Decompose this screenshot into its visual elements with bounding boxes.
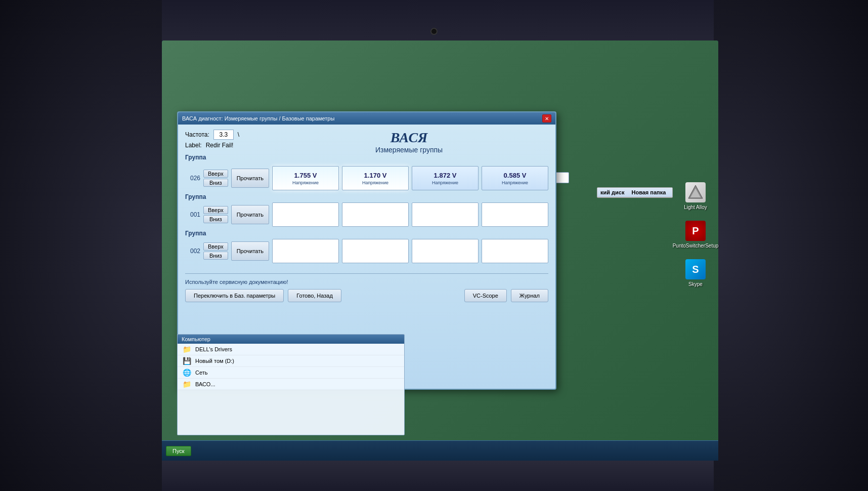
file-item-d[interactable]: 💾 Новый том (D:) xyxy=(178,355,404,367)
label-field: Label: xyxy=(185,142,202,149)
group-row-026: 026 Вверх Вниз Прочитать 1.755 V Напряже… xyxy=(185,166,548,190)
group-row-001: 001 Вверх Вниз Прочитать xyxy=(185,202,548,227)
group-026-number: 026 xyxy=(185,175,200,182)
group-026-value-2: 1.170 V Напряжение xyxy=(342,166,409,190)
group-001-up-button[interactable]: Вверх xyxy=(203,206,228,214)
file-explorer: Компьютер 📁 DELL's Drivers 💾 Новый том (… xyxy=(177,334,405,435)
group-026-value-3: 1.872 V Напряжение xyxy=(412,166,479,190)
freq-suffix: \ xyxy=(238,131,239,138)
window-title: ВАСА диагност: Измеряемые группы / Базов… xyxy=(182,115,334,121)
close-icon: ✕ xyxy=(545,116,549,121)
start-label: Пуск xyxy=(172,448,185,454)
group-002-down-button[interactable]: Вниз xyxy=(203,252,228,260)
group-002-value-1 xyxy=(272,239,339,263)
explorer-header: кий диск Новая папка xyxy=(597,188,672,197)
skype-icon: S xyxy=(685,259,706,279)
group-026-read-button[interactable]: Прочитать xyxy=(231,169,269,188)
header-group-label: Группа xyxy=(185,154,239,161)
group-001-read-button[interactable]: Прочитать xyxy=(231,205,269,224)
drive-icon-d: 💾 xyxy=(183,357,191,365)
file-explorer-header: Компьютер xyxy=(178,335,404,344)
file-label-dell: DELL's Drivers xyxy=(195,346,232,352)
switch-params-button[interactable]: Переключить в Баз. параметры xyxy=(185,289,284,302)
folder-icon-vaso: 📁 xyxy=(183,380,191,388)
group-002-read-button[interactable]: Прочитать xyxy=(231,241,269,261)
brand-name: ВАСЯ xyxy=(270,130,548,146)
freq-input[interactable] xyxy=(213,130,234,140)
start-button[interactable]: Пуск xyxy=(166,446,191,456)
done-back-button[interactable]: Готово, Назад xyxy=(288,289,341,302)
file-label-network: Сеть xyxy=(195,370,207,376)
screen-area: ↔ Light Alloy P PuntoSwitcherSetup S Sky… xyxy=(162,40,718,461)
file-label-d: Новый том (D:) xyxy=(195,358,234,364)
group-026-down-button[interactable]: Вниз xyxy=(203,179,228,187)
desktop-icon-punto[interactable]: P PuntoSwitcherSetup xyxy=(678,221,713,249)
explorer-title-label: Компьютер xyxy=(182,336,210,342)
punto-icon: P xyxy=(685,221,706,241)
group-026-value-4: 0.585 V Напряжение xyxy=(482,166,548,190)
group-002-value-2 xyxy=(342,239,409,263)
group-001-number: 001 xyxy=(185,211,200,218)
explorer-panel: кий диск Новая папка xyxy=(597,187,673,198)
hard-disk-label: кий диск xyxy=(600,189,624,195)
group-002-number: 002 xyxy=(185,248,200,255)
taskbar: Пуск xyxy=(162,440,718,461)
group-026-value-1: 1.755 V Напряжение xyxy=(272,166,339,190)
freq-label: Частота: xyxy=(185,131,209,138)
skype-label: Skype xyxy=(688,281,703,288)
label-value: Redir Fail! xyxy=(206,142,234,149)
webcam xyxy=(430,28,438,35)
file-item-vaso[interactable]: 📁 ВАСО... xyxy=(178,379,404,390)
brand-subtitle: Измеряемые группы xyxy=(270,146,548,154)
group-002-value-3 xyxy=(412,239,479,263)
group-026-up-button[interactable]: Вверх xyxy=(203,170,228,178)
group-001-value-2 xyxy=(342,202,409,227)
group-002-up-button[interactable]: Вверх xyxy=(203,242,228,251)
file-label-vaso: ВАСО... xyxy=(195,381,215,387)
file-item-network[interactable]: 🌐 Сеть xyxy=(178,367,404,379)
group-001-value-3 xyxy=(412,202,479,227)
lightalloy-icon xyxy=(685,182,706,202)
network-icon: 🌐 xyxy=(183,369,191,377)
desktop-icon-lightalloy[interactable]: Light Alloy xyxy=(678,182,713,211)
lightalloy-label: Light Alloy xyxy=(684,204,707,211)
group-001-value-4 xyxy=(482,202,548,227)
window-titlebar: ВАСА диагност: Измеряемые группы / Базов… xyxy=(178,112,555,125)
group-001-value-1 xyxy=(272,202,339,227)
close-button[interactable]: ✕ xyxy=(542,114,551,122)
service-note: Используйте сервисную документацию! xyxy=(185,279,548,285)
desktop-icon-skype[interactable]: S Skype xyxy=(678,259,713,288)
group-001-section-label: Группа xyxy=(185,193,548,200)
journal-button[interactable]: Журнал xyxy=(511,289,548,302)
group-001-down-button[interactable]: Вниз xyxy=(203,215,228,223)
group-002-section-label: Группа xyxy=(185,230,548,237)
new-folder-label: Новая папка xyxy=(631,189,666,195)
vc-scope-button[interactable]: VC-Scope xyxy=(464,289,507,302)
file-item-dell[interactable]: 📁 DELL's Drivers xyxy=(178,344,404,355)
folder-icon-dell: 📁 xyxy=(183,345,191,353)
punto-label: PuntoSwitcherSetup xyxy=(673,243,719,249)
group-row-002: 002 Вверх Вниз Прочитать xyxy=(185,239,548,263)
group-002-value-4 xyxy=(482,239,548,263)
